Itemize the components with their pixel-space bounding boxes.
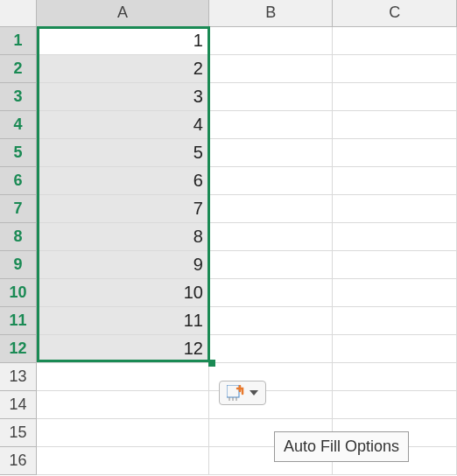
cell-a7[interactable]: 7 — [37, 194, 209, 222]
autofill-options-button[interactable] — [219, 381, 266, 405]
row-header-10[interactable]: 10 — [0, 278, 37, 306]
row-header-14[interactable]: 14 — [0, 390, 37, 418]
cell-c8[interactable] — [333, 222, 457, 250]
column-header-a[interactable]: A — [37, 0, 209, 26]
autofill-tooltip: Auto Fill Options — [274, 431, 409, 462]
cell-b10[interactable] — [208, 278, 333, 306]
cell-a15[interactable] — [37, 418, 209, 446]
row-header-8[interactable]: 8 — [0, 222, 37, 250]
cell-a1[interactable]: 1 — [37, 26, 209, 54]
cell-b12[interactable] — [208, 334, 333, 362]
cell-c14[interactable] — [333, 390, 457, 418]
cell-a5[interactable]: 5 — [37, 138, 209, 166]
row-header-5[interactable]: 5 — [0, 138, 37, 166]
cell-c2[interactable] — [333, 54, 457, 82]
row-header-6[interactable]: 6 — [0, 166, 37, 194]
cell-b3[interactable] — [208, 82, 333, 110]
cell-c12[interactable] — [333, 334, 457, 362]
column-header-b[interactable]: B — [208, 0, 333, 26]
cell-a6[interactable]: 6 — [37, 166, 209, 194]
row-header-13[interactable]: 13 — [0, 362, 37, 390]
svg-rect-0 — [227, 385, 239, 397]
cell-c3[interactable] — [333, 82, 457, 110]
cell-a9[interactable]: 9 — [37, 250, 209, 278]
cell-c5[interactable] — [333, 138, 457, 166]
cell-c9[interactable] — [333, 250, 457, 278]
cell-b8[interactable] — [208, 222, 333, 250]
row-header-15[interactable]: 15 — [0, 418, 37, 446]
cell-b2[interactable] — [208, 54, 333, 82]
cell-a12[interactable]: 12 — [37, 334, 209, 362]
cell-b7[interactable] — [208, 194, 333, 222]
cell-a10[interactable]: 10 — [37, 278, 209, 306]
cell-c11[interactable] — [333, 306, 457, 334]
row-header-12[interactable]: 12 — [0, 334, 37, 362]
row-header-11[interactable]: 11 — [0, 306, 37, 334]
row-header-2[interactable]: 2 — [0, 54, 37, 82]
row-header-1[interactable]: 1 — [0, 26, 37, 54]
row-header-9[interactable]: 9 — [0, 250, 37, 278]
cell-b11[interactable] — [208, 306, 333, 334]
cell-b4[interactable] — [208, 110, 333, 138]
cell-c10[interactable] — [333, 278, 457, 306]
row-header-3[interactable]: 3 — [0, 82, 37, 110]
row-header-16[interactable]: 16 — [0, 446, 37, 474]
fill-handle[interactable] — [208, 360, 215, 367]
cell-c7[interactable] — [333, 194, 457, 222]
cell-c1[interactable] — [333, 26, 457, 54]
cell-b6[interactable] — [208, 166, 333, 194]
cell-c6[interactable] — [333, 166, 457, 194]
cell-a11[interactable]: 11 — [37, 306, 209, 334]
select-all-corner[interactable] — [0, 0, 37, 26]
cell-a16[interactable] — [37, 446, 209, 474]
row-header-4[interactable]: 4 — [0, 110, 37, 138]
cell-a2[interactable]: 2 — [37, 54, 209, 82]
cell-c4[interactable] — [333, 110, 457, 138]
cell-b5[interactable] — [208, 138, 333, 166]
cell-c13[interactable] — [333, 362, 457, 390]
cell-a8[interactable]: 8 — [37, 222, 209, 250]
cell-a3[interactable]: 3 — [37, 82, 209, 110]
cell-a13[interactable] — [37, 362, 209, 390]
chevron-down-icon — [250, 390, 258, 396]
cell-a4[interactable]: 4 — [37, 110, 209, 138]
cell-b1[interactable] — [208, 26, 333, 54]
cell-a14[interactable] — [37, 390, 209, 418]
row-header-7[interactable]: 7 — [0, 194, 37, 222]
column-header-c[interactable]: C — [333, 0, 457, 26]
cell-b9[interactable] — [208, 250, 333, 278]
autofill-icon — [227, 385, 246, 401]
